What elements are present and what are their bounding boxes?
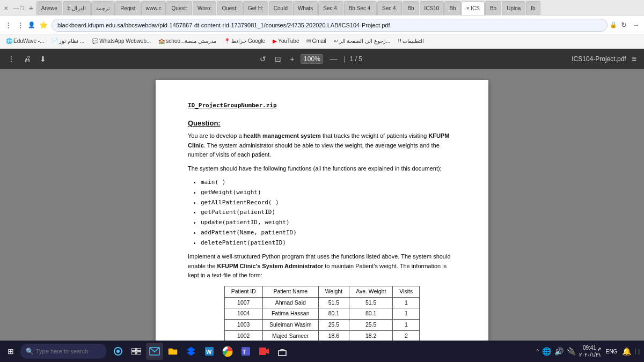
whatsapp-icon: 💬 bbox=[92, 38, 98, 44]
clock[interactable]: 09:41 م ٢٠٢٠/١/٣١ bbox=[579, 344, 601, 358]
tab-bb3[interactable]: Bb bbox=[485, 1, 501, 15]
pdf-menu-button[interactable]: ≡ bbox=[630, 53, 639, 65]
windows-start-button[interactable]: ⊞ bbox=[4, 345, 17, 358]
taskbar-system-tray: ^ 🌐 🔊 🔌 09:41 م ٢٠٢٠/١/٣١ ENG 🔔 | bbox=[536, 344, 640, 358]
minimize-icon[interactable]: — bbox=[13, 5, 19, 11]
network-icon: 🌐 bbox=[542, 347, 551, 356]
maximize-icon[interactable]: □ bbox=[20, 5, 24, 11]
col-patient-id: Patient ID bbox=[224, 286, 262, 297]
tray-arrow[interactable]: ^ bbox=[536, 349, 539, 354]
tab-www[interactable]: www.c bbox=[141, 1, 166, 15]
dots-button[interactable]: ⋮ bbox=[16, 20, 26, 30]
lang-indicator[interactable]: ENG bbox=[604, 349, 619, 354]
pdf-tools-right: ICS104-Project.pdf ≡ bbox=[572, 53, 639, 65]
taskbar-store[interactable] bbox=[274, 343, 291, 360]
pdf-zoom-in-button[interactable]: + bbox=[288, 54, 296, 64]
bookmark-apps[interactable]: ⠿ التطبيقات bbox=[395, 38, 427, 45]
add-tab-button[interactable]: + bbox=[27, 4, 35, 12]
eduwave-icon: 🌐 bbox=[6, 38, 12, 44]
tab-whats[interactable]: Whats bbox=[293, 1, 318, 15]
tab-answer[interactable]: Answe bbox=[36, 1, 62, 15]
tab-ib[interactable]: Ib bbox=[526, 1, 540, 15]
bookmark-nour[interactable]: 📄 نظام نور ... bbox=[49, 38, 87, 45]
table-row: 1004Fatima Hassan80.180.11 bbox=[224, 308, 420, 320]
tab-bb1[interactable]: Bb bbox=[402, 1, 419, 15]
tab-quest2[interactable]: Quest: bbox=[217, 1, 242, 15]
svg-rect-3 bbox=[137, 348, 141, 351]
col-weight: Weight bbox=[318, 286, 349, 297]
implement-paragraph: Implement a well-structured Python progr… bbox=[188, 252, 456, 280]
tab-ics10[interactable]: ICS10 bbox=[420, 1, 444, 15]
bookmark-whatsapp[interactable]: 💬 WhatsApp Webweb... bbox=[89, 38, 153, 45]
notifications-icon[interactable]: 🔔 bbox=[622, 347, 631, 356]
taskbar-files[interactable] bbox=[164, 343, 181, 360]
page-icon: 👤 bbox=[28, 21, 35, 28]
taskbar-search[interactable]: 🔍 bbox=[20, 344, 106, 359]
patient-table: Patient ID Patient Name Weight Ave. Weig… bbox=[224, 286, 420, 341]
bookmark-google-maps[interactable]: 📍 خرائط Google bbox=[221, 38, 268, 45]
tab-geth[interactable]: Get H: bbox=[243, 1, 268, 15]
pdf-tools-center: ↺ ⊡ + — | 1 / 5 bbox=[258, 54, 362, 64]
pdf-content-area[interactable]: ID_ProjectGroupNumber.zip Question: You … bbox=[0, 69, 644, 341]
svg-rect-17 bbox=[279, 351, 286, 356]
bookmark-eduvwave[interactable]: 🌐 EduWave -... bbox=[3, 38, 47, 45]
reload-button[interactable]: ↻ bbox=[619, 20, 628, 30]
tab-bbsec4[interactable]: Bb Sec 4. bbox=[344, 1, 377, 15]
taskbar-dropbox[interactable] bbox=[182, 343, 200, 360]
pdf-print-button[interactable]: 🖨 bbox=[21, 54, 33, 64]
function-item-deletepatient: deletePatient(patientID) bbox=[201, 238, 456, 248]
taskbar-chrome[interactable] bbox=[219, 343, 236, 360]
maps-icon: 📍 bbox=[224, 38, 230, 44]
close-icon[interactable]: ✕ bbox=[2, 4, 10, 12]
function-item-getallpatient: getAllPatientRecord( ) bbox=[201, 198, 456, 208]
tab-woro[interactable]: Woro: bbox=[193, 1, 217, 15]
bookmark-youtube[interactable]: ▶ YouTube bbox=[270, 38, 302, 45]
tab-quest1[interactable]: Quest: bbox=[166, 1, 192, 15]
function-item-addpatient: addPatient(Name, patientID) bbox=[201, 228, 456, 238]
tab-translate[interactable]: ترجمة bbox=[91, 1, 115, 15]
search-input[interactable] bbox=[36, 348, 100, 354]
tab-regist[interactable]: Regist bbox=[115, 1, 140, 15]
taskbar-task-view[interactable] bbox=[128, 343, 145, 360]
pdf-zoom-out-button[interactable]: — bbox=[327, 54, 339, 64]
tab-sec4a[interactable]: Sec 4. bbox=[318, 1, 343, 15]
tab-sec4b[interactable]: Sec 4. bbox=[377, 1, 402, 15]
taskbar-left: ⊞ bbox=[4, 345, 17, 358]
taskbar-video[interactable] bbox=[255, 343, 273, 360]
function-item-getpatient: getPatient(patientID) bbox=[201, 208, 456, 218]
tab-aldral[interactable]: b الدرال bbox=[63, 1, 91, 15]
svg-point-1 bbox=[116, 350, 120, 353]
apps-grid-icon: ⠿ bbox=[398, 38, 401, 44]
forward-button[interactable]: → bbox=[631, 20, 641, 30]
bookmark-back[interactable]: ↩ رجوع الى الصفحة الر... bbox=[331, 38, 393, 45]
pdf-zoom-input[interactable] bbox=[301, 54, 323, 64]
taskbar-cortana[interactable] bbox=[109, 343, 127, 360]
pdf-page-info: 1 / 5 bbox=[350, 55, 362, 63]
pdf-fit-button[interactable]: ⊡ bbox=[273, 54, 283, 64]
taskbar-mail[interactable] bbox=[146, 343, 163, 360]
browser-controls: — □ bbox=[11, 5, 26, 11]
svg-rect-5 bbox=[137, 352, 141, 354]
tab-ics-active[interactable]: × ICS bbox=[462, 1, 485, 15]
pdf-menu-left-button[interactable]: ⋮ bbox=[5, 54, 17, 64]
taskbar-word[interactable]: W bbox=[201, 343, 218, 360]
tab-could[interactable]: Could bbox=[269, 1, 292, 15]
pdf-download-button[interactable]: ⬇ bbox=[38, 54, 48, 64]
file-label: ID_ProjectGroupNumber.zip bbox=[188, 101, 456, 110]
tab-uploa[interactable]: Uploa bbox=[502, 1, 525, 15]
bookmark-school[interactable]: 🏫 schoo...مدرستي منصة bbox=[156, 38, 219, 45]
star-button[interactable]: ⭐ bbox=[38, 20, 49, 30]
back-button[interactable]: ⋮ bbox=[3, 20, 13, 30]
pdf-tools-left: ⋮ 🖨 ⬇ bbox=[5, 54, 48, 64]
pdf-rotate-button[interactable]: ↺ bbox=[258, 54, 268, 64]
tabs-container: Answe b الدرال ترجمة Regist www.c Quest:… bbox=[36, 1, 642, 15]
pdf-page: ID_ProjectGroupNumber.zip Question: You … bbox=[156, 80, 488, 341]
taskbar-teams[interactable]: T bbox=[237, 343, 254, 360]
bookmark-gmail[interactable]: ✉ Gmail bbox=[304, 38, 328, 45]
svg-text:T: T bbox=[243, 349, 246, 355]
volume-icon[interactable]: 🔊 bbox=[554, 347, 564, 356]
show-desktop[interactable]: | bbox=[635, 349, 640, 354]
svg-rect-15 bbox=[259, 348, 266, 355]
tab-bb2[interactable]: Bb bbox=[444, 1, 460, 15]
address-input[interactable] bbox=[52, 19, 608, 32]
